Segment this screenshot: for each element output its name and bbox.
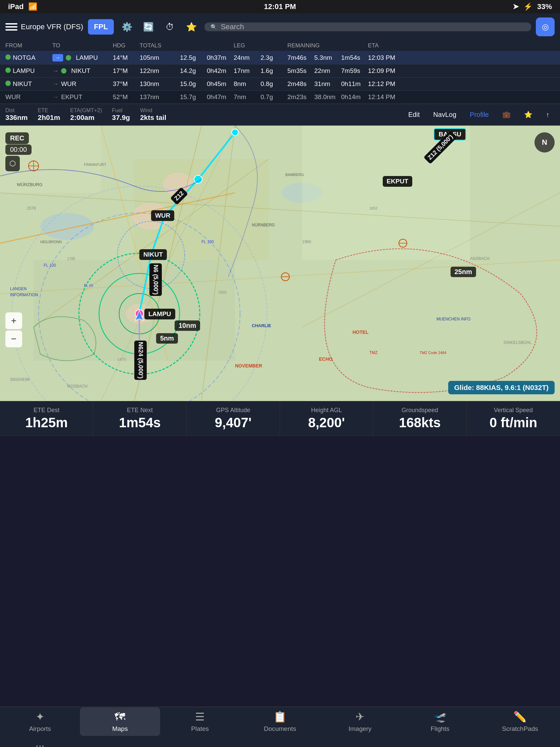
star-button[interactable]: ⭐ — [519, 108, 538, 121]
svg-text:1852: 1852 — [369, 206, 377, 210]
table-row[interactable]: NIKUT → WUR 37°M 130nm 15.0g 0h45m 8nm 0… — [0, 78, 560, 91]
header-to: TO — [52, 42, 113, 49]
svg-text:CHARLIE: CHARLIE — [252, 323, 271, 328]
total-fuel: 15.7g — [180, 93, 207, 101]
nav-maps[interactable]: 🗺 Maps — [80, 707, 160, 736]
svg-text:NÜRNBERG: NÜRNBERG — [252, 223, 275, 227]
svg-text:HOTEL: HOTEL — [352, 330, 369, 335]
waypoint-dot — [5, 68, 11, 73]
to-waypoint: → LAMPU — [52, 54, 113, 61]
stat-groundspeed-label: Groundspeed — [402, 407, 438, 414]
hdg-value: 14°M — [113, 54, 140, 61]
rem-time: 7m59s — [341, 67, 368, 75]
fpl-table: FROM TO HDG TOTALS LEG REMAINING ETA NOT… — [0, 40, 560, 104]
time-display: 12:01 PM — [264, 2, 296, 11]
waypoint-dot — [5, 54, 11, 60]
header-empty4 — [341, 42, 368, 49]
svg-text:FRANKFURT: FRANKFURT — [84, 162, 106, 166]
leg-nm: 17nm — [234, 67, 261, 75]
fpl-button[interactable]: FPL — [88, 19, 114, 34]
active-arrow-icon: → — [52, 54, 63, 61]
header-eta: ETA — [368, 42, 402, 49]
rem-time: 0h14m — [341, 93, 368, 101]
svg-text:1473: 1473 — [117, 357, 126, 361]
eta-time: 12:09 PM — [368, 67, 402, 75]
rem-time: 1m54s — [341, 54, 368, 61]
leg-fuel: 2.3g — [261, 54, 287, 61]
header-remaining: REMAINING — [287, 42, 341, 49]
nav-documents[interactable]: 📋 Documents — [240, 707, 320, 736]
settings-button[interactable]: ⚙️ — [118, 19, 135, 35]
total-nm: 137nm — [140, 93, 180, 101]
device-label: iPad — [8, 2, 24, 11]
svg-point-9 — [163, 173, 193, 196]
scratchpads-icon: ✏️ — [513, 711, 527, 723]
map-container[interactable]: WÜRZBURG HEILBRONN NÜRNBERG FRANKFURT BA… — [0, 126, 560, 401]
from-waypoint: NIKUT — [5, 80, 52, 88]
table-row[interactable]: LAMPU → NIKUT 17°M 122nm 14.2g 0h42m 17n… — [0, 65, 560, 78]
sync-button[interactable]: 🔄 — [140, 19, 157, 35]
header-empty3 — [261, 42, 287, 49]
table-row[interactable]: WUR → EKPUT 52°M 137nm 15.7g 0h47m 7nm 0… — [0, 91, 560, 104]
header-leg: LEG — [234, 42, 261, 49]
svg-text:ANSBACH: ANSBACH — [470, 256, 489, 261]
wind-info: Wind 2kts tail — [140, 107, 166, 122]
stat-gps-alt-value: 9,407' — [215, 415, 252, 430]
svg-point-34 — [147, 251, 155, 259]
leg-fuel: 0.8g — [261, 80, 287, 88]
leg-fuel: 0.7g — [261, 93, 287, 101]
ete-label: ETE — [38, 107, 60, 113]
fuel-value: 37.9g — [112, 113, 130, 122]
plates-icon: ☰ — [195, 711, 205, 723]
leg-nm: 7nm — [234, 93, 261, 101]
share-button[interactable]: ↑ — [540, 108, 555, 121]
leg-nm: 24nm — [234, 54, 261, 61]
briefcase-button[interactable]: 💼 — [497, 108, 516, 121]
dist-label: Dist — [5, 107, 28, 113]
airports-icon: ✦ — [35, 711, 45, 723]
stat-ete-next: ETE Next 1m54s — [93, 402, 187, 436]
header-totals: TOTALS — [140, 42, 180, 49]
arrow-icon: → — [52, 81, 58, 88]
stat-ete-dest: ETE Dest 1h25m — [0, 402, 93, 436]
nav-airports[interactable]: ✦ Airports — [0, 707, 80, 736]
header-empty1 — [180, 42, 207, 49]
map-selector[interactable]: Europe VFR (DFS) — [5, 21, 83, 33]
more-icon: ··· — [35, 739, 45, 747]
edit-button[interactable]: Edit — [403, 108, 425, 121]
total-time: 0h37m — [207, 54, 234, 61]
timer-button[interactable]: ⏱ — [161, 19, 178, 35]
rem-nm: 38.0nm — [314, 93, 341, 101]
svg-text:1966: 1966 — [302, 239, 311, 244]
svg-text:BAMBERG: BAMBERG — [285, 173, 304, 177]
location-button[interactable]: ◎ — [536, 18, 555, 36]
from-waypoint: NOTGA — [5, 54, 52, 61]
battery-display: 33% — [537, 2, 552, 11]
search-bar[interactable]: 🔍 — [205, 23, 531, 31]
nav-plates[interactable]: ☰ Plates — [160, 707, 240, 736]
documents-label: Documents — [264, 725, 296, 732]
fuel-label: Fuel — [112, 107, 130, 113]
bookmark-clock-button[interactable]: ⭐ — [183, 19, 200, 35]
table-row[interactable]: NOTGA → LAMPU 14°M 105nm 12.5g 0h37m 24n… — [0, 51, 560, 65]
stat-gps-alt-label: GPS Altitude — [216, 407, 250, 414]
svg-text:TMZ Code 2464: TMZ Code 2464 — [420, 351, 446, 355]
nav-imagery[interactable]: ✈ Imagery — [320, 707, 400, 736]
svg-rect-7 — [269, 260, 504, 394]
svg-rect-5 — [302, 126, 470, 260]
svg-text:1503: 1503 — [218, 290, 226, 294]
ete-value: 2h01m — [38, 113, 60, 122]
total-nm: 105nm — [140, 54, 180, 61]
waypoint-dot-to — [61, 68, 66, 74]
navlog-button[interactable]: NavLog — [428, 108, 462, 121]
eta-label: ETA(GMT+2) — [70, 107, 102, 113]
search-input[interactable] — [220, 23, 525, 31]
profile-button[interactable]: Profile — [464, 108, 494, 121]
hdg-value: 37°M — [113, 80, 140, 88]
svg-rect-3 — [0, 126, 101, 193]
nav-more[interactable]: ··· More — [0, 736, 80, 747]
nav-scratchpads[interactable]: ✏️ ScratchPads — [480, 707, 560, 736]
nav-flights[interactable]: 🛫 Flights — [400, 707, 480, 736]
wind-value: 2kts tail — [140, 113, 166, 122]
map-background: WÜRZBURG HEILBRONN NÜRNBERG FRANKFURT BA… — [0, 126, 560, 401]
